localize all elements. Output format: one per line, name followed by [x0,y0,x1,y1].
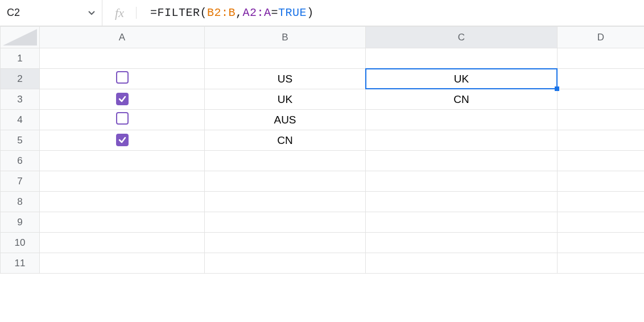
cell-D4[interactable] [558,110,645,130]
formula-input[interactable]: =FILTER(B2:B,A2:A=TRUE) [137,0,644,26]
table-row: 11 [1,253,645,274]
cell-A11[interactable] [40,253,205,274]
table-row: 8 [1,192,645,212]
row-header-10[interactable]: 10 [1,233,40,253]
table-row: 5CN [1,130,645,151]
cell-A9[interactable] [40,212,205,233]
cell-B3[interactable]: UK [205,89,366,110]
cell-D6[interactable] [558,151,645,171]
cell-D2[interactable] [558,69,645,89]
table-row: 7 [1,171,645,192]
table-row: 4AUS [1,110,645,130]
cell-A6[interactable] [40,151,205,171]
cell-B2[interactable]: US [205,69,366,89]
cell-C5[interactable] [366,130,558,151]
cell-A4[interactable] [40,110,205,130]
formula-range2: A2:A [243,6,271,19]
fx-icon: fx [102,0,137,26]
row-header-3[interactable]: 3 [1,89,40,110]
cell-A2[interactable] [40,69,205,89]
cell-A8[interactable] [40,192,205,212]
cell-A1[interactable] [40,48,205,69]
formula-open-paren: ( [200,6,208,19]
row-header-5[interactable]: 5 [1,130,40,151]
col-header-A[interactable]: A [40,27,205,48]
cell-A3[interactable] [40,89,205,110]
cell-D1[interactable] [558,48,645,69]
cell-C1[interactable] [366,48,558,69]
active-cell-outline [365,68,558,89]
table-row: 6 [1,151,645,171]
row-header-6[interactable]: 6 [1,151,40,171]
formula-bar: C2 fx =FILTER(B2:B,A2:A=TRUE) [0,0,644,26]
col-header-C[interactable]: C [366,27,558,48]
cell-A10[interactable] [40,233,205,253]
cell-D3[interactable] [558,89,645,110]
formula-comma: , [236,6,243,19]
row-header-7[interactable]: 7 [1,171,40,192]
name-box-text: C2 [7,7,20,19]
cell-A5[interactable] [40,130,205,151]
cell-C4[interactable] [366,110,558,130]
table-row: 9 [1,212,645,233]
cell-B11[interactable] [205,253,366,274]
checkbox-unchecked-icon[interactable] [116,71,129,84]
row-header-4[interactable]: 4 [1,110,40,130]
name-box[interactable]: C2 [0,0,102,26]
cell-C11[interactable] [366,253,558,274]
cell-B7[interactable] [205,171,366,192]
row-header-2[interactable]: 2 [1,69,40,89]
formula-range1: B2:B [207,6,236,19]
row-header-1[interactable]: 1 [1,48,40,69]
cell-C7[interactable] [366,171,558,192]
cell-B4[interactable]: AUS [205,110,366,130]
chevron-down-icon[interactable] [88,11,95,15]
cell-C9[interactable] [366,212,558,233]
cell-D7[interactable] [558,171,645,192]
column-header-row: A B C D [1,27,645,48]
cell-D11[interactable] [558,253,645,274]
spreadsheet-grid[interactable]: A B C D 12USUK3UKCN4AUS5CN67891011 [0,26,644,274]
cell-B1[interactable] [205,48,366,69]
checkbox-checked-icon[interactable] [116,93,129,105]
formula-bool: TRUE [278,6,307,19]
table-row: 3UKCN [1,89,645,110]
formula-fn: FILTER [158,6,200,19]
row-header-8[interactable]: 8 [1,192,40,212]
row-header-11[interactable]: 11 [1,253,40,274]
cell-D5[interactable] [558,130,645,151]
cell-B10[interactable] [205,233,366,253]
table-row: 10 [1,233,645,253]
cell-B5[interactable]: CN [205,130,366,151]
cell-C6[interactable] [366,151,558,171]
cell-D10[interactable] [558,233,645,253]
formula-eq2: = [271,6,279,19]
checkbox-checked-icon[interactable] [116,134,129,146]
cell-B9[interactable] [205,212,366,233]
select-all-corner[interactable] [1,27,40,48]
cell-D9[interactable] [558,212,645,233]
row-header-9[interactable]: 9 [1,212,40,233]
cell-B6[interactable] [205,151,366,171]
checkbox-unchecked-icon[interactable] [116,112,129,125]
cell-C8[interactable] [366,192,558,212]
formula-eq: = [150,6,158,19]
cell-A7[interactable] [40,171,205,192]
table-row: 1 [1,48,645,69]
cell-B8[interactable] [205,192,366,212]
cell-C10[interactable] [366,233,558,253]
col-header-B[interactable]: B [205,27,366,48]
cell-D8[interactable] [558,192,645,212]
table-row: 2USUK [1,69,645,89]
cell-C2[interactable]: UK [366,69,558,89]
cell-C3[interactable]: CN [366,89,558,110]
col-header-D[interactable]: D [558,27,645,48]
formula-close-paren: ) [307,6,314,19]
